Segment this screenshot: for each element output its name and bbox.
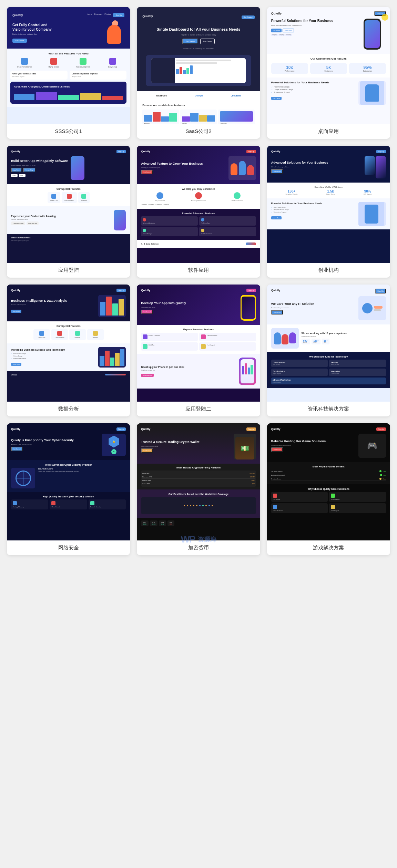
btn-started-3[interactable]: Get Started xyxy=(271,29,282,32)
hero-sub-1: Easily design your software data xyxy=(12,33,47,35)
preview-8: Quietly Sign Up Develop Your App with Qu… xyxy=(137,285,260,402)
features-section-2: Browse our world class features Analytic… xyxy=(137,100,260,124)
phone-multi-6 xyxy=(365,156,386,178)
dashboard-img-2 xyxy=(146,55,251,86)
card-9[interactable]: Quietly Sign Up We Care Your any IT Solu… xyxy=(267,285,390,416)
btn-demo-2[interactable]: Live Demo xyxy=(200,39,215,44)
hero-title-5: Advanced Feature to Grow Your Business xyxy=(141,162,225,166)
card-3[interactable]: Quietly Sign Up Powerful Solutions for Y… xyxy=(267,7,390,139)
card-12[interactable]: Quietly Sign Up Reliable Hosting For Gam… xyxy=(267,423,390,555)
preview-3: Quietly Sign Up Powerful Solutions for Y… xyxy=(267,7,390,124)
footer-7: 24 Bars xyxy=(7,371,130,379)
hero-sub-3: We build software to boost performance xyxy=(271,24,356,27)
btn-learn-7[interactable]: Learn More xyxy=(11,363,21,366)
card-6[interactable]: Quietly Sign Up Advanced Solutions for Y… xyxy=(267,146,390,278)
btn-learn-3[interactable]: Learn More xyxy=(271,97,282,100)
btn-play-4[interactable]: Google Play xyxy=(23,168,35,172)
hero-title-10: Quiety is Frist priority Your Cyber Secu… xyxy=(11,438,99,443)
preview-6: Quietly Sign Up Advanced Solutions for Y… xyxy=(267,146,390,263)
btn-11[interactable]: Get Started xyxy=(141,448,153,453)
footer-4: View Your Business We deliver great app … xyxy=(7,234,130,244)
features-grid-1: Smart Performance Highly Secure Fast Dev… xyxy=(10,58,126,68)
hero-sub-12: High performance game servers xyxy=(271,444,356,446)
logos-section-2: facebook Google LinkedIn xyxy=(137,91,260,100)
hero-title-7: Business Intelligence & Data Analysis xyxy=(11,299,95,303)
btn-6[interactable]: Get Started xyxy=(271,169,283,174)
hero-sub-4: Easily design your apps to grow xyxy=(11,164,68,166)
btn-8[interactable]: Get Started xyxy=(141,310,153,314)
card-8[interactable]: Quietly Sign Up Develop Your App with Qu… xyxy=(137,285,260,416)
people-img-9 xyxy=(358,296,386,320)
hero-title-6: Advanced Solutions for Your Business xyxy=(271,161,362,165)
card-label-12: 游戏解决方案 xyxy=(267,540,390,555)
card-4[interactable]: Quietly Sign Up Build Better App with Qu… xyxy=(7,146,130,278)
feature-icon-1 xyxy=(21,58,28,65)
card-label-11: 加密货币 xyxy=(137,540,260,555)
btn-5[interactable]: Get Started xyxy=(141,170,153,174)
btn-7[interactable]: Get Started xyxy=(11,310,21,313)
hero-sub-5: We help you connect and grow xyxy=(141,167,225,168)
card-label-3: 桌面应用 xyxy=(267,124,390,139)
card-label-10: 网络安全 xyxy=(7,540,130,555)
hero-title-1: Get Fully Control and Visibility your Co… xyxy=(12,23,54,32)
card-2[interactable]: Quietly Get Started Single Dashboard for… xyxy=(137,7,260,139)
feat-card-3: Dashboard xyxy=(218,110,255,124)
card-5[interactable]: Quietly Sign Up Advanced Feature to Grow… xyxy=(137,146,260,278)
feat-card-1: Analytics xyxy=(142,110,179,124)
card-1[interactable]: Quietly Home Features Pricing Sign Up Ge… xyxy=(7,7,130,139)
btn-started-2[interactable]: Get Started xyxy=(182,39,198,44)
nav-btn-9[interactable]: Sign Up xyxy=(375,289,386,293)
preview-9: Quietly Sign Up We Care Your any IT Solu… xyxy=(267,285,390,402)
cards-grid: Quietly Home Features Pricing Sign Up Ge… xyxy=(7,7,390,555)
suc-chart-7 xyxy=(98,347,126,368)
card-label-8: 应用登陆二 xyxy=(137,402,260,416)
stats-6: Everything We Do It With Love 150+ Compl… xyxy=(267,183,390,198)
working-9: We are working with 15 years exprience P… xyxy=(267,324,390,352)
btn-more-3[interactable]: Learn More xyxy=(283,29,294,32)
preview-12: Quietly Sign Up Reliable Hosting For Gam… xyxy=(267,423,390,540)
phone-gold-8 xyxy=(241,295,256,321)
hero-sub-9: IT solutions for your business xyxy=(271,307,356,309)
feature-icon-2 xyxy=(50,58,57,65)
get-started-1[interactable]: Get Started xyxy=(12,39,27,43)
card-10[interactable]: Quietly Sign Up Quiety is Frist priority… xyxy=(7,423,130,555)
solutions-6: Powerful Solutions for Your Business Nee… xyxy=(267,198,390,229)
quality-10: High Quality Trusted Cyber security solu… xyxy=(7,492,130,513)
solution-section-3: Powerful Solutions for Your Business Nee… xyxy=(267,78,390,108)
btn-9[interactable]: Get Started xyxy=(271,310,283,314)
servers-12: Most Popular Game Servers Top Game Serve… xyxy=(267,462,390,484)
tech-9: We Build any Kind Of Technology Cloud Se… xyxy=(267,352,390,388)
coverage-11: Our Best Users Are all over the Worldwid… xyxy=(137,489,260,518)
btn-learn-6[interactable]: Learn More xyxy=(271,216,282,219)
hero-sub-10: Advanced Cyber Security Provider xyxy=(11,444,99,445)
results-section-3: Our Customers Get Results 10x Performanc… xyxy=(267,54,390,78)
hero-sub-7: Success with integration xyxy=(11,304,95,306)
preview-4: Quietly Sign Up Build Better App with Qu… xyxy=(7,146,130,263)
connected-5: We Help you Stay Connected Stay Connecte… xyxy=(137,184,260,209)
cyber-globe-10 xyxy=(11,468,35,488)
hero-img-5 xyxy=(228,156,256,180)
btn-app-4[interactable]: App Store xyxy=(11,168,22,172)
nav-btn-1[interactable]: Sign Up xyxy=(113,13,125,17)
page-wrapper: Quietly Home Features Pricing Sign Up Ge… xyxy=(0,0,397,562)
card-label-6: 创业机构 xyxy=(267,263,390,278)
chart-7 xyxy=(98,295,126,317)
preview-7: Quietly Sign Up Business Intelligence & … xyxy=(7,285,130,402)
card-11[interactable]: Quietly Sign Up Trusted & Secure Trading… xyxy=(137,423,260,555)
game-img-12: 🎮 xyxy=(358,434,386,458)
card-7[interactable]: Quietly Sign Up Business Intelligence & … xyxy=(7,285,130,416)
features-dark-5: Powerful Advanced Features Advanced Anal… xyxy=(137,209,260,240)
cyber-img-10: 🔒 20+ xyxy=(102,434,126,456)
solution-img-3 xyxy=(358,81,386,105)
card-label-5: 软件应用 xyxy=(137,263,260,278)
hero-sub-11: Trade cryptocurrency safely xyxy=(141,445,231,447)
features-8: Explore Premium Features Easy to Customi… xyxy=(137,325,260,354)
card-label-9: 资讯科技解决方案 xyxy=(267,402,390,416)
hero-sub-8: Build better apps faster xyxy=(141,307,237,308)
btn-10[interactable]: Get Started xyxy=(11,447,23,451)
btn-12[interactable]: Get Started xyxy=(271,447,283,452)
phone-4 xyxy=(71,156,84,180)
logo-1: Quietly xyxy=(12,13,23,17)
hero-title-4: Build Better App with Quietly Software xyxy=(11,159,68,163)
phone-section-8: Boost up your Phone in just one click Do… xyxy=(137,354,260,389)
